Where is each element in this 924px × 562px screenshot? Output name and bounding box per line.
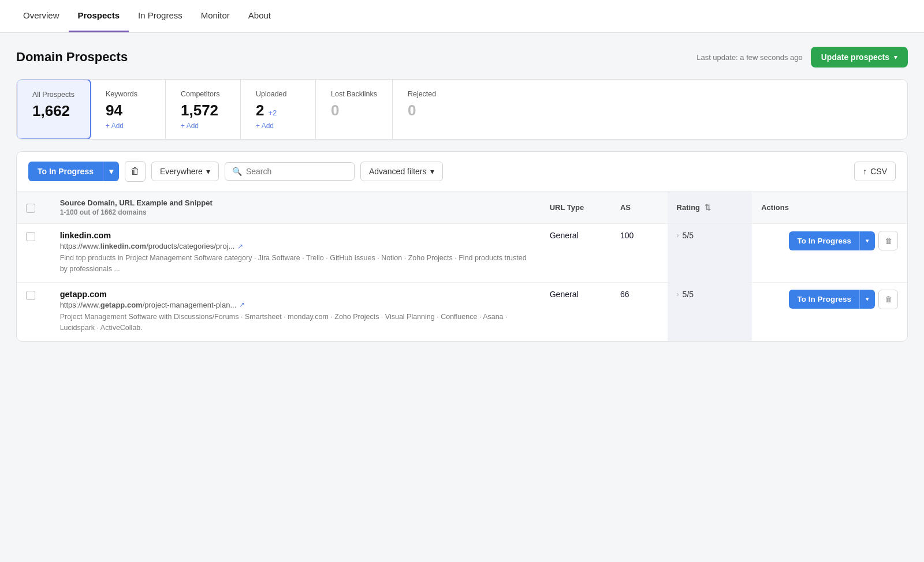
delete-button[interactable]: 🗑 <box>125 161 146 182</box>
stat-lost-backlinks-value: 0 <box>331 102 377 119</box>
top-nav: Overview Prospects In Progress Monitor A… <box>0 0 924 33</box>
row-to-in-progress-chevron[interactable]: ▾ <box>859 231 875 250</box>
search-icon: 🔍 <box>232 167 242 176</box>
domain-snippet: Find top products in Project Management … <box>60 253 531 275</box>
stat-competitors-add[interactable]: + Add <box>181 122 225 130</box>
row-url-type-cell: General <box>541 224 611 283</box>
rating-arrow-icon: › <box>677 290 679 298</box>
trash-icon: 🗑 <box>885 295 892 304</box>
row-to-in-progress-button[interactable]: To In Progress <box>789 290 859 309</box>
update-prospects-label: Update prospects <box>821 53 889 62</box>
row-rating-cell: › 5/5 <box>668 282 752 340</box>
update-prospects-button[interactable]: Update prospects ▾ <box>811 47 908 68</box>
domain-name: linkedin.com <box>60 231 531 240</box>
stat-uploaded-plus: +2 <box>268 108 277 117</box>
row-delete-button[interactable]: 🗑 <box>878 231 898 250</box>
stat-uploaded-add[interactable]: + Add <box>256 122 300 130</box>
row-delete-button[interactable]: 🗑 <box>878 290 898 309</box>
th-checkbox <box>17 192 51 224</box>
chevron-down-icon: ▾ <box>894 54 897 61</box>
row-actions-cell: To In Progress ▾ 🗑 <box>752 224 907 283</box>
advanced-filters-label: Advanced filters <box>369 167 427 176</box>
csv-label: CSV <box>870 167 887 176</box>
advanced-filters-button[interactable]: Advanced filters ▾ <box>360 162 443 181</box>
main-content: Domain Prospects Last update: a few seco… <box>0 33 924 562</box>
nav-prospects[interactable]: Prospects <box>69 0 129 32</box>
table-row: getapp.com https://www.getapp.com/projec… <box>17 282 907 340</box>
stat-keywords-value: 94 <box>106 102 150 119</box>
domain-snippet: Project Management Software with Discuss… <box>60 312 531 334</box>
th-url-type: URL Type <box>541 192 611 224</box>
everywhere-dropdown[interactable]: Everywhere ▾ <box>151 162 219 181</box>
nav-in-progress[interactable]: In Progress <box>129 0 192 32</box>
row-as-cell: 66 <box>611 282 668 340</box>
table-meta: 1-100 out of 1662 domains <box>60 208 531 216</box>
stat-competitors-label: Competitors <box>181 90 225 98</box>
stat-lost-backlinks[interactable]: Lost Backlinks 0 <box>316 80 393 139</box>
stat-all-prospects[interactable]: All Prospects 1,662 <box>16 79 91 140</box>
as-value: 100 <box>620 231 634 240</box>
chevron-down-icon: ▾ <box>109 167 113 176</box>
row-url-type-cell: General <box>541 282 611 340</box>
stat-keywords-add[interactable]: + Add <box>106 122 150 130</box>
row-as-cell: 100 <box>611 224 668 283</box>
sort-icon: ⇅ <box>705 203 711 212</box>
stat-uploaded[interactable]: Uploaded 2+2 + Add <box>241 80 316 139</box>
stats-row: All Prospects 1,662 Keywords 94 + Add Co… <box>16 79 908 140</box>
stat-rejected-label: Rejected <box>408 90 453 98</box>
to-in-progress-btn-group: To In Progress ▾ <box>28 162 119 181</box>
search-input[interactable] <box>246 167 347 176</box>
domain-url-text: https://www.getapp.com/project-managemen… <box>60 301 237 309</box>
row-to-in-progress-chevron[interactable]: ▾ <box>859 290 875 309</box>
rating-value: 5/5 <box>683 231 694 240</box>
row-action-btn-group: To In Progress ▾ <box>789 231 875 250</box>
chevron-down-icon: ▾ <box>206 167 210 176</box>
stat-keywords-label: Keywords <box>106 90 150 98</box>
row-to-in-progress-button[interactable]: To In Progress <box>789 231 859 250</box>
stat-keywords[interactable]: Keywords 94 + Add <box>91 80 166 139</box>
url-type-value: General <box>550 231 579 240</box>
chevron-down-icon: ▾ <box>430 167 434 176</box>
domain-url-text: https://www.linkedin.com/products/catego… <box>60 242 235 250</box>
rating-label: Rating <box>677 203 700 212</box>
stat-all-prospects-label: All Prospects <box>32 91 75 99</box>
rating-value: 5/5 <box>683 290 694 299</box>
prospects-table: Source Domain, URL Example and Snippet 1… <box>17 192 907 341</box>
th-actions: Actions <box>752 192 907 224</box>
upload-icon: ↑ <box>863 167 867 176</box>
to-in-progress-chevron-button[interactable]: ▾ <box>103 162 119 181</box>
as-value: 66 <box>620 290 629 299</box>
everywhere-label: Everywhere <box>160 167 203 176</box>
stat-lost-backlinks-label: Lost Backlinks <box>331 90 377 98</box>
select-all-checkbox[interactable] <box>26 204 35 213</box>
row-checkbox[interactable] <box>26 291 35 300</box>
header-right: Last update: a few seconds ago Update pr… <box>696 47 908 68</box>
domain-name: getapp.com <box>60 290 531 299</box>
search-input-wrap: 🔍 <box>225 162 355 181</box>
trash-icon: 🗑 <box>885 237 892 245</box>
row-checkbox-cell <box>17 224 51 283</box>
stat-uploaded-label: Uploaded <box>256 90 300 98</box>
toolbar: To In Progress ▾ 🗑 Everywhere ▾ 🔍 Advanc… <box>17 152 907 192</box>
external-link-icon[interactable]: ↗ <box>239 301 245 309</box>
csv-export-button[interactable]: ↑ CSV <box>854 162 896 181</box>
stat-rejected-value: 0 <box>408 102 453 119</box>
to-in-progress-button[interactable]: To In Progress <box>28 162 103 181</box>
header-row: Domain Prospects Last update: a few seco… <box>16 47 908 68</box>
stat-competitors[interactable]: Competitors 1,572 + Add <box>166 80 241 139</box>
th-as: AS <box>611 192 668 224</box>
stat-rejected[interactable]: Rejected 0 <box>393 80 468 139</box>
domain-url: https://www.linkedin.com/products/catego… <box>60 242 531 250</box>
row-checkbox-cell <box>17 282 51 340</box>
external-link-icon[interactable]: ↗ <box>237 242 243 250</box>
nav-overview[interactable]: Overview <box>14 0 69 32</box>
table-section: To In Progress ▾ 🗑 Everywhere ▾ 🔍 Advanc… <box>16 151 908 342</box>
nav-about[interactable]: About <box>239 0 280 32</box>
row-checkbox[interactable] <box>26 232 35 241</box>
nav-monitor[interactable]: Monitor <box>192 0 239 32</box>
th-source-label: Source Domain, URL Example and Snippet <box>60 198 531 207</box>
rating-arrow-icon: › <box>677 231 679 239</box>
row-rating-cell: › 5/5 <box>668 224 752 283</box>
page-title: Domain Prospects <box>16 50 128 65</box>
th-rating[interactable]: Rating ⇅ <box>668 192 752 224</box>
